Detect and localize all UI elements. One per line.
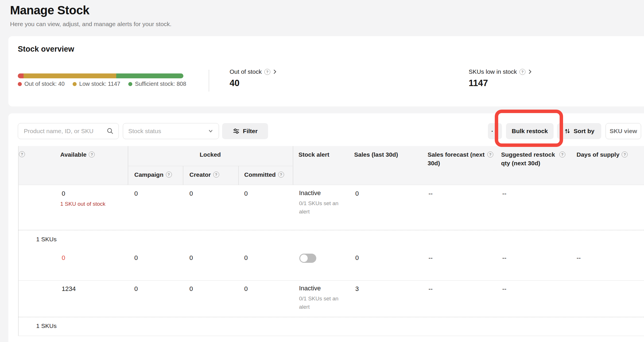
stock-alert-toggle[interactable] (299, 254, 316, 263)
cell-committed: 0 (244, 190, 248, 197)
cell-suggested: -- (502, 254, 507, 262)
help-icon[interactable]: ? (213, 172, 219, 178)
column-header-locked-group: Locked (128, 150, 293, 159)
stat-label: SKUs low in stock (469, 68, 517, 75)
column-header-creator: Creator ? (189, 170, 219, 179)
cell-available-note[interactable]: 1 SKU out of stock (60, 201, 105, 207)
cut-column-help-icon[interactable]: ? (19, 151, 25, 157)
row-divider-dashed (18, 230, 644, 230)
stock-overview-card (8, 36, 644, 106)
sku-group-label: 1 SKUs (36, 236, 57, 243)
skus-low-stat-link[interactable]: SKUs low in stock ? (469, 68, 532, 75)
page-subtitle: Here you can view, adjust, and manage al… (10, 21, 172, 28)
cell-committed: 0 (244, 254, 248, 262)
forecast-label: Sales forecast (next 30d) (428, 150, 485, 168)
sort-by-label: Sort by (574, 128, 594, 135)
cell-alert-sub: 0/1 SKUs set an alert (299, 199, 345, 216)
column-header-committed: Committed ? (244, 170, 284, 179)
cell-campaign: 0 (134, 254, 138, 262)
overview-divider (209, 70, 209, 92)
legend-low-stock: Low stock: 1147 (73, 81, 120, 87)
legend-sufficient-stock: Sufficient stock: 808 (128, 81, 186, 87)
search-icon[interactable] (106, 127, 114, 135)
bar-segment-sufficient (116, 73, 183, 78)
table-left-border (18, 146, 19, 336)
help-icon[interactable]: ? (278, 172, 284, 178)
help-icon[interactable]: ? (622, 151, 628, 158)
table-header-bottom-border (18, 185, 644, 185)
legend-label: Low stock: 1147 (79, 81, 120, 87)
sku-view-button[interactable]: SKU view (606, 123, 641, 139)
out-of-stock-stat-link[interactable]: Out of stock ? (230, 68, 277, 75)
locked-group-underline (128, 166, 293, 166)
help-icon[interactable]: ? (519, 69, 525, 75)
cell-creator: 0 (189, 285, 193, 293)
cell-days-of-supply: -- (577, 254, 581, 262)
help-icon[interactable]: ? (89, 151, 95, 158)
chevron-right-icon (528, 69, 532, 75)
skus-low-value: 1147 (469, 78, 488, 88)
more-dot: · (491, 128, 493, 135)
cell-alert-sub: 0/1 SKUs set an alert (299, 294, 345, 311)
bar-segment-out-of-stock (18, 73, 24, 78)
help-icon[interactable]: ? (559, 151, 565, 158)
row-divider-solid (18, 280, 644, 281)
sort-arrows-icon (564, 128, 571, 135)
stock-legend: Out of stock: 40 Low stock: 1147 Suffici… (18, 81, 186, 87)
cell-forecast: -- (428, 285, 433, 293)
bar-segment-low-stock (24, 73, 116, 78)
out-of-stock-value: 40 (230, 78, 239, 88)
committed-label: Committed (244, 170, 276, 179)
cell-sales: 0 (355, 190, 359, 197)
locked-group-right-border (293, 146, 293, 185)
sort-by-button[interactable]: Sort by (557, 123, 601, 139)
help-icon[interactable]: ? (166, 172, 172, 178)
column-header-forecast: Sales forecast (next 30d) ? (428, 150, 502, 168)
manage-stock-page: Manage Stock Here you can view, adjust, … (0, 0, 644, 342)
filter-button[interactable]: Filter (222, 123, 268, 139)
legend-out-of-stock: Out of stock: 40 (18, 81, 65, 87)
creator-label: Creator (189, 170, 211, 179)
cell-committed: 0 (244, 285, 248, 293)
legend-dot-red (18, 82, 22, 86)
campaign-label: Campaign (134, 170, 164, 179)
creator-committed-border (238, 166, 239, 185)
column-header-available: Available ? (60, 150, 95, 159)
cell-available: 1234 (62, 285, 76, 293)
cell-suggested: -- (502, 285, 507, 293)
stock-status-select[interactable]: Stock status (123, 123, 219, 139)
days-of-supply-label: Days of supply (577, 150, 619, 159)
legend-dot-yellow (73, 82, 77, 86)
sku-group-label: 1 SKUs (36, 322, 57, 329)
campaign-creator-border (183, 166, 183, 185)
filter-sliders-icon (232, 127, 240, 135)
column-header-sales: Sales (last 30d) (354, 150, 398, 159)
cell-forecast: -- (428, 254, 433, 262)
stock-distribution-bar (18, 73, 183, 78)
cell-suggested: -- (502, 190, 507, 197)
stock-status-placeholder: Stock status (128, 128, 161, 135)
cell-alert-status: Inactive (299, 285, 321, 292)
help-icon[interactable]: ? (264, 69, 270, 75)
column-header-days-of-supply: Days of supply ? (577, 150, 628, 159)
column-header-suggested-restock: Suggested restock qty (next 30d) ? (501, 150, 573, 168)
cell-forecast: -- (428, 190, 433, 197)
help-icon[interactable]: ? (487, 151, 493, 158)
available-label: Available (60, 150, 86, 159)
column-header-campaign: Campaign ? (134, 170, 172, 179)
page-title: Manage Stock (10, 3, 89, 17)
toggle-knob (300, 254, 308, 262)
cell-campaign: 0 (134, 190, 138, 197)
cell-available-red: 0 (62, 254, 65, 262)
cell-creator: 0 (189, 254, 193, 262)
chevron-right-icon (273, 69, 277, 75)
legend-dot-green (128, 82, 132, 86)
legend-label: Out of stock: 40 (24, 81, 65, 87)
row-divider-dashed (18, 317, 644, 317)
cell-alert-status: Inactive (299, 189, 321, 197)
sku-view-label: SKU view (610, 128, 637, 135)
row-divider-solid (18, 336, 644, 336)
cell-sales: 3 (355, 285, 359, 293)
suggested-restock-label: Suggested restock qty (next 30d) (501, 150, 557, 168)
search-input[interactable] (23, 127, 106, 135)
